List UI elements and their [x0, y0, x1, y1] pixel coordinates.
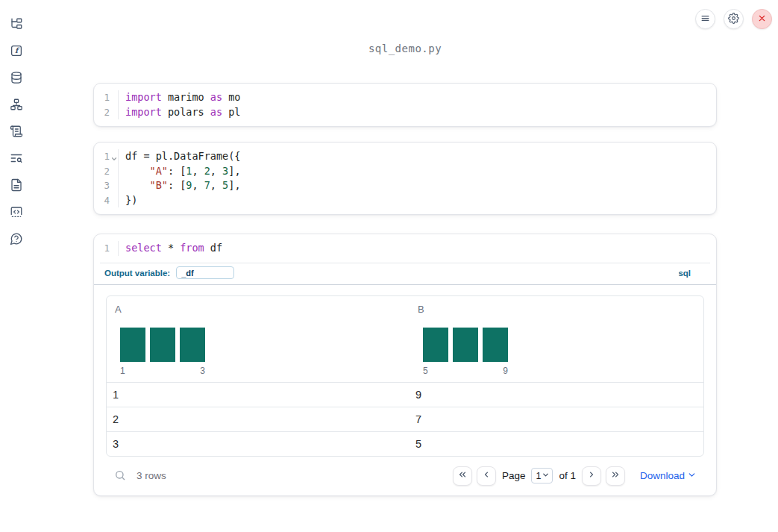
text-search-icon	[10, 151, 23, 167]
code-line: 2import polars as pl	[94, 105, 716, 120]
chevron-left-icon	[481, 469, 492, 482]
sidebar-data-sources-button[interactable]	[9, 72, 24, 85]
variables-icon: f	[10, 44, 23, 60]
line-number: 1	[94, 241, 119, 256]
sidebar-documentation-button[interactable]	[9, 179, 24, 193]
file-explorer-icon	[10, 17, 23, 33]
line-number: 2	[94, 164, 119, 179]
gear-icon	[728, 13, 739, 26]
page-select[interactable]: 1	[531, 468, 553, 484]
table-cell: 3	[107, 432, 410, 456]
code-line: 2 "A": [1, 2, 3],	[94, 164, 716, 179]
column-header-B[interactable]: B59	[410, 296, 703, 382]
search-icon[interactable]	[113, 469, 127, 483]
download-label: Download	[640, 470, 685, 481]
chevrons-left-icon	[457, 469, 468, 482]
language-badge: sql	[678, 269, 691, 278]
sql-output-variable-row: Output variable: sql	[94, 263, 716, 284]
chevron-down-icon	[542, 471, 550, 481]
code-text: import polars as pl	[119, 105, 240, 120]
table-body: 192735	[107, 382, 703, 456]
code-text: select * from df	[119, 241, 222, 256]
left-panel-sidebar: f	[0, 0, 33, 532]
output-variable-label: Output variable:	[104, 269, 170, 278]
snippets-icon	[10, 205, 23, 221]
histogram-bar	[150, 328, 175, 362]
histogram-min-label: 1	[120, 366, 125, 376]
notebook-filename: sql_demo.py	[93, 43, 717, 54]
next-page-button[interactable]	[582, 466, 601, 486]
output-variable-input[interactable]	[176, 266, 234, 279]
table-header: A13B59	[107, 296, 703, 382]
code-text: import marimo as mo	[119, 90, 240, 105]
close-icon	[756, 13, 768, 26]
column-histogram	[120, 328, 402, 362]
column-name: B	[418, 304, 696, 315]
chevron-down-icon	[687, 470, 697, 482]
chevron-right-icon	[586, 469, 597, 482]
sidebar-text-search-button[interactable]	[9, 152, 24, 166]
dependencies-icon	[10, 98, 23, 113]
code-editor-sql[interactable]: 1select * from df	[94, 234, 716, 263]
table-cell: 2	[107, 407, 410, 431]
code-text: "B": [9, 7, 5],	[119, 178, 241, 193]
sidebar-dependencies-button[interactable]	[9, 98, 24, 112]
table-cell: 9	[410, 383, 703, 407]
shutdown-button[interactable]	[752, 9, 772, 29]
histogram-bar	[120, 328, 145, 362]
histogram-max-label: 3	[200, 366, 205, 376]
code-text: df = pl.DataFrame({	[119, 149, 240, 164]
table-cell: 7	[410, 407, 703, 431]
chevrons-right-icon	[610, 469, 621, 482]
histogram-min-label: 5	[423, 366, 428, 376]
cell-sql: 1select * from df Output variable: sql A…	[93, 234, 717, 496]
last-page-button[interactable]	[606, 466, 625, 486]
cell-imports: 1import marimo as mo2import polars as pl	[93, 83, 717, 127]
sidebar-snippets-button[interactable]	[9, 206, 24, 219]
histogram-bar	[453, 328, 478, 362]
settings-button[interactable]	[724, 9, 744, 29]
code-editor-dataframe[interactable]: 1df = pl.DataFrame({2 "A": [1, 2, 3],3 "…	[94, 143, 716, 214]
histogram-bar	[180, 328, 205, 362]
documentation-icon	[10, 178, 23, 194]
code-line: 4})	[94, 193, 716, 208]
column-histogram	[423, 328, 696, 362]
page-label: Page	[502, 470, 526, 481]
sidebar-help-button[interactable]	[9, 233, 24, 246]
sidebar-file-explorer-button[interactable]	[9, 18, 24, 31]
previous-page-button[interactable]	[477, 466, 496, 486]
table-cell: 1	[107, 383, 410, 407]
page-of-label: of 1	[559, 470, 576, 481]
table-row[interactable]: 35	[107, 431, 703, 456]
dataframe-table: A13B59 192735	[106, 295, 704, 457]
histogram-bar	[423, 328, 448, 362]
sidebar-variables-button[interactable]: f	[9, 45, 24, 58]
sidebar-logs-button[interactable]	[9, 125, 24, 139]
line-number: 3	[94, 178, 119, 193]
notebook-content: sql_demo.py 1import marimo as mo2import …	[93, 0, 717, 496]
code-line: 3 "B": [9, 7, 5],	[94, 178, 716, 193]
histogram-bar	[483, 328, 508, 362]
code-line: 1df = pl.DataFrame({	[94, 149, 716, 164]
first-page-button[interactable]	[453, 466, 472, 486]
histogram-range-labels: 13	[120, 366, 205, 376]
download-button[interactable]: Download	[640, 470, 697, 482]
code-editor-imports[interactable]: 1import marimo as mo2import polars as pl	[94, 84, 716, 126]
code-line: 1select * from df	[94, 241, 716, 256]
data-sources-icon	[10, 71, 23, 87]
cell-dataframe: 1df = pl.DataFrame({2 "A": [1, 2, 3],3 "…	[93, 142, 717, 215]
table-row[interactable]: 27	[107, 407, 703, 431]
row-count: 3 rows	[137, 470, 166, 481]
sql-output-area: A13B59 192735 3 rows Page 1	[94, 285, 716, 495]
line-number: 4	[94, 193, 119, 208]
column-header-A[interactable]: A13	[107, 296, 410, 382]
fold-chevron-down-icon[interactable]	[110, 152, 118, 160]
column-name: A	[115, 304, 402, 315]
page-select-value: 1	[536, 471, 541, 481]
code-text: "A": [1, 2, 3],	[119, 164, 241, 179]
line-number: 1	[94, 90, 119, 105]
svg-text:f: f	[15, 46, 20, 54]
table-cell: 5	[410, 432, 703, 456]
table-row[interactable]: 19	[107, 382, 703, 407]
code-line: 1import marimo as mo	[94, 90, 716, 105]
